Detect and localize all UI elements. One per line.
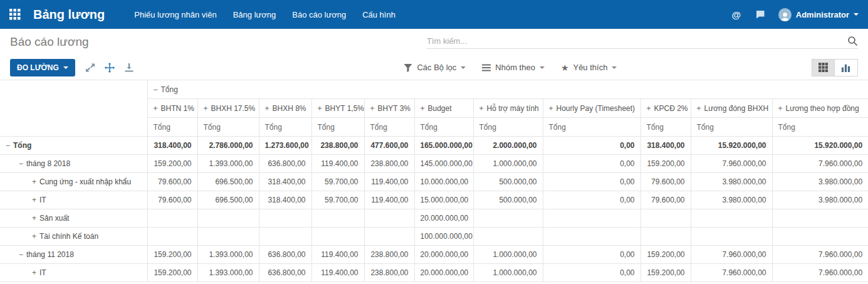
pivot-subtotal-header: Tổng <box>311 118 364 137</box>
pivot-measure-header-10[interactable]: +Lương theo hợp đồng <box>772 99 868 118</box>
pivot-cell <box>259 228 311 246</box>
pivot-cell: 145.000.000,00 <box>414 155 473 173</box>
pivot-row-label: tháng 11 2018 <box>26 250 74 259</box>
collapse-icon[interactable]: − <box>154 85 158 94</box>
filters-menu[interactable]: Các Bộ lọc <box>404 63 466 72</box>
expand-icon[interactable]: + <box>421 104 425 113</box>
pivot-measure-header-5[interactable]: +Budget <box>414 99 473 118</box>
pivot-cell: 79.600,00 <box>147 173 197 191</box>
expand-icon[interactable]: + <box>697 104 701 113</box>
pivot-measure-header-2[interactable]: +BHXH 8% <box>259 99 311 118</box>
pivot-row-header[interactable]: −Tổng <box>0 137 147 155</box>
pivot-measure-header-1[interactable]: +BHXH 17.5% <box>197 99 259 118</box>
pivot-cell: 7.960.000,00 <box>772 246 868 264</box>
pivot-cell: 1.000.000,00 <box>473 246 543 264</box>
pivot-cell: 2.000.000,00 <box>473 137 543 155</box>
pivot-column-group-header[interactable]: −Tổng <box>147 80 868 99</box>
pivot-cell: 7.960.000,00 <box>691 155 772 173</box>
pivot-cell: 20.000.000,00 <box>414 264 473 282</box>
pivot-row-2: +Cung ứng - xuất nhập khẩu79.600,00696.5… <box>0 173 868 191</box>
expand-icon[interactable]: + <box>549 104 553 113</box>
pivot-subtotal-header: Tổng <box>543 118 641 137</box>
pivot-cell <box>197 209 259 228</box>
pivot-measure-header-4[interactable]: +BHYT 3% <box>364 99 414 118</box>
top-menu-item-1[interactable]: Bảng lương <box>225 0 285 29</box>
group-by-menu[interactable]: Nhóm theo <box>482 63 545 72</box>
pivot-cell: 7.960.000,00 <box>772 264 868 282</box>
pivot-cell <box>364 228 414 246</box>
pivot-measure-header-7[interactable]: +Hourly Pay (Timesheet) <box>543 99 641 118</box>
expand-icon[interactable]: + <box>265 104 269 113</box>
expand-icon[interactable]: + <box>370 104 375 113</box>
pivot-row-header[interactable]: −tháng 11 2018 <box>0 246 147 264</box>
chevron-down-icon <box>854 13 859 16</box>
pivot-subtotal-header: Tổng <box>641 118 691 137</box>
pivot-table: −Tổng +BHTN 1%+BHXH 17.5%+BHXH 8%+BHYT 1… <box>0 80 868 282</box>
top-menu-item-3[interactable]: Cấu hình <box>354 0 404 29</box>
measures-button[interactable]: ĐO LƯỜNG <box>10 59 75 76</box>
pivot-cell: 15.920.000,00 <box>772 137 868 155</box>
pivot-row-header[interactable]: +IT <box>0 264 147 282</box>
graph-view-button[interactable] <box>835 59 858 76</box>
pivot-measure-header-0[interactable]: +BHTN 1% <box>147 99 197 118</box>
pivot-cell: 0,00 <box>543 264 641 282</box>
expand-icon[interactable]: + <box>204 104 208 113</box>
pivot-cell: 318.400,00 <box>259 191 311 209</box>
app-title[interactable]: Bảng lương <box>33 8 105 22</box>
pivot-row-header[interactable]: −tháng 8 2018 <box>0 155 147 173</box>
expand-all-icon[interactable] <box>105 63 115 73</box>
expand-icon[interactable]: + <box>479 104 484 113</box>
search-filter-menus: Các Bộ lọc Nhóm theo ★ Yêu thích <box>404 63 617 72</box>
expand-icon[interactable]: + <box>154 104 158 113</box>
pivot-measure-header-6[interactable]: +Hỗ trợ máy tính <box>473 99 543 118</box>
pivot-cell: 696.500,00 <box>197 173 259 191</box>
pivot-subtotal-header: Tổng <box>691 118 772 137</box>
chevron-down-icon <box>540 66 545 69</box>
pivot-cell: 0,00 <box>543 137 641 155</box>
expand-icon[interactable]: + <box>32 177 36 186</box>
expand-icon[interactable]: + <box>32 196 36 204</box>
pivot-row-header[interactable]: +Sản xuất <box>0 209 147 228</box>
expand-icon[interactable]: + <box>778 104 783 113</box>
expand-icon[interactable]: + <box>32 268 36 277</box>
collapse-icon[interactable]: − <box>19 250 23 259</box>
pivot-cell <box>197 228 259 246</box>
collapse-icon[interactable]: − <box>6 141 10 150</box>
pivot-row-header[interactable]: +IT <box>0 191 147 209</box>
pivot-cell: 159.200,00 <box>147 264 197 282</box>
pivot-row-header[interactable]: +Cung ứng - xuất nhập khẩu <box>0 173 147 191</box>
flip-axis-icon[interactable] <box>85 63 95 73</box>
expand-icon[interactable]: + <box>647 104 651 113</box>
mentions-icon[interactable]: @ <box>731 9 742 20</box>
pivot-cell: 3.980.000,00 <box>772 191 868 209</box>
search-icon[interactable] <box>847 36 858 46</box>
pivot-row-7: +IT159.200,001.393.000,00636.800,00119.4… <box>0 264 868 282</box>
pivot-measure-header-8[interactable]: +KPCĐ 2% <box>641 99 691 118</box>
apps-menu-icon[interactable] <box>9 8 23 21</box>
pivot-measure-header-3[interactable]: +BHYT 1,5% <box>311 99 364 118</box>
download-icon[interactable] <box>124 63 134 73</box>
pivot-measure-label: Lương theo hợp đồng <box>786 104 859 113</box>
pivot-row-header[interactable]: +Tài chính Kế toán <box>0 228 147 246</box>
pivot-cell: 636.800,00 <box>259 264 311 282</box>
pivot-view-button[interactable] <box>812 59 835 76</box>
pivot-row-label: tháng 8 2018 <box>26 159 70 168</box>
top-navbar: Bảng lương Phiếu lương nhân viênBảng lươ… <box>0 0 868 29</box>
top-menu-item-0[interactable]: Phiếu lương nhân viên <box>126 0 224 29</box>
pivot-cell <box>543 228 641 246</box>
search-input[interactable] <box>427 36 847 46</box>
pivot-cell: 59.700,00 <box>311 191 364 209</box>
collapse-icon[interactable]: − <box>19 159 23 168</box>
favorites-menu[interactable]: ★ Yêu thích <box>561 63 617 72</box>
user-menu[interactable]: Administrator <box>778 8 859 21</box>
top-menu-item-2[interactable]: Báo cáo lương <box>284 0 354 29</box>
pivot-cell: 318.400,00 <box>147 137 197 155</box>
expand-icon[interactable]: + <box>318 104 322 113</box>
expand-icon[interactable]: + <box>32 232 36 241</box>
pivot-row-0: −Tổng318.400,002.786.000,001.273.600,002… <box>0 137 868 155</box>
pivot-subtotal-header: Tổng <box>414 118 473 137</box>
pivot-measure-label: Hỗ trợ máy tính <box>487 104 539 113</box>
pivot-measure-header-9[interactable]: +Lương đóng BHXH <box>691 99 772 118</box>
expand-icon[interactable]: + <box>32 214 36 223</box>
messages-icon[interactable] <box>755 9 766 20</box>
